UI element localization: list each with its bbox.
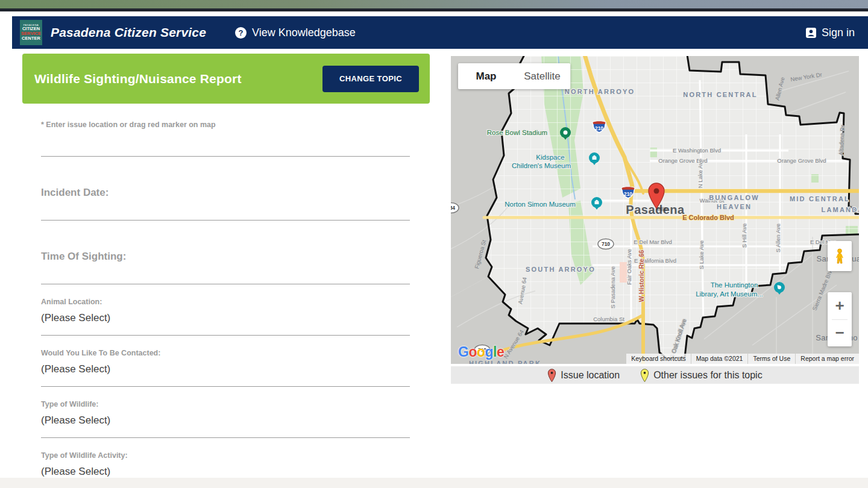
site-title: Pasadena Citizen Service [51, 25, 206, 40]
svg-text:LAMANDA PARK: LAMANDA PARK [821, 206, 859, 213]
sign-in-label: Sign in [822, 27, 855, 39]
svg-text:210: 210 [595, 125, 603, 131]
svg-text:W Historic Rte 66: W Historic Rte 66 [638, 250, 645, 302]
zoom-in-button[interactable]: + [828, 292, 852, 319]
sr710-shield: 710 [598, 239, 614, 249]
svg-text:NORTH ARROYO: NORTH ARROYO [565, 88, 635, 95]
satellite-view-button[interactable]: Satellite [514, 70, 570, 83]
map-type-control: Map Satellite [458, 63, 570, 89]
field-type-of-wildlife: Type of Wildlife: (Please Select) [41, 400, 410, 438]
svg-text:E Colorado Blvd: E Colorado Blvd [682, 214, 734, 221]
legend-issue-location: Issue location [547, 368, 620, 383]
google-map[interactable]: 210 210 710 710 134 E Washington Blvd [451, 56, 859, 364]
svg-text:Columbia St: Columbia St [593, 316, 624, 322]
report-form: * Enter issue location or drag red marke… [41, 104, 410, 488]
map-canvas: 210 210 710 710 134 E Washington Blvd [451, 56, 859, 364]
keyboard-shortcuts-link[interactable]: Keyboard shortcuts [626, 354, 690, 364]
svg-text:S Pasadena Ave: S Pasadena Ave [609, 266, 616, 308]
svg-text:NORTH CENTRAL: NORTH CENTRAL [683, 91, 757, 98]
yellow-pin-icon [640, 368, 649, 383]
svg-text:SOUTH ARROYO: SOUTH ARROYO [526, 266, 596, 273]
huntington-label-1[interactable]: The Huntington [711, 281, 758, 289]
svg-text:S Allen Ave: S Allen Ave [775, 224, 781, 252]
svg-text:Fair Oaks Ave: Fair Oaks Ave [626, 249, 632, 285]
help-icon: ? [235, 27, 247, 39]
svg-text:134: 134 [451, 205, 455, 211]
google-letter: G [458, 344, 468, 360]
citizen-service-center-logo[interactable]: PASADENA CITIZEN SERVICE CENTER [20, 20, 42, 45]
page-title: Wildlife Sighting/Nuisance Report [34, 72, 242, 86]
contacted-label: Would You Like To Be Contacted: [41, 349, 410, 357]
incident-date-input[interactable] [41, 199, 410, 221]
animal-location-select[interactable]: (Please Select) [41, 312, 410, 336]
google-logo[interactable]: Google [458, 344, 504, 360]
svg-text:210: 210 [624, 191, 632, 197]
rose-bowl-label[interactable]: Rose Bowl Stadium [487, 129, 547, 136]
topic-header: Wildlife Sighting/Nuisance Report CHANGE… [22, 54, 430, 104]
field-animal-location: Animal Location: (Please Select) [41, 298, 410, 336]
wildlife-activity-label: Type of Wildlife Activity: [41, 451, 410, 460]
type-of-wildlife-select[interactable]: (Please Select) [41, 414, 410, 438]
field-issue-location: * Enter issue location or drag red marke… [41, 104, 410, 157]
type-of-wildlife-label: Type of Wildlife: [41, 400, 410, 408]
svg-text:E Del Mar Blvd: E Del Mar Blvd [634, 239, 671, 245]
map-data-text: Map data ©2021 [691, 354, 748, 364]
terms-of-use-link[interactable]: Terms of Use [748, 354, 795, 364]
map-legend: Issue location Other issues for this top… [451, 366, 859, 384]
issue-location-label: * Enter issue location or drag red marke… [41, 120, 410, 129]
google-letter: e [497, 344, 504, 360]
incident-date-label: Incident Date: [41, 187, 410, 199]
page-footer-strip [0, 478, 868, 488]
top-dark-stripe [0, 8, 868, 11]
report-map-error-link[interactable]: Report a map error [796, 354, 859, 364]
google-letter: o [468, 344, 477, 360]
pegman-control[interactable] [828, 241, 852, 271]
google-letter: o [477, 344, 485, 360]
time-of-sighting-label: Time Of Sighting: [41, 251, 410, 263]
contacted-select[interactable]: (Please Select) [41, 363, 410, 387]
svg-text:S Hill Ave: S Hill Ave [741, 224, 747, 248]
svg-text:710: 710 [602, 241, 610, 247]
svg-text:MID CENTRAL: MID CENTRAL [790, 195, 850, 202]
svg-text:Orange Grove Blvd: Orange Grove Blvd [777, 157, 826, 164]
field-contacted: Would You Like To Be Contacted: (Please … [41, 349, 410, 387]
norton-simon-label[interactable]: Norton Simon Museum [505, 201, 576, 208]
svg-text:HIGHLAND PARK: HIGHLAND PARK [469, 360, 541, 364]
legend-other-label: Other issues for this topic [653, 370, 763, 381]
huntington-label-2[interactable]: Library, Art Museum... [696, 290, 763, 298]
red-pin-icon [547, 368, 556, 383]
svg-text:N Lake Ave: N Lake Ave [697, 159, 703, 188]
kidspace-label-1[interactable]: Kidspace [536, 154, 564, 161]
svg-text:HEAVEN: HEAVEN [717, 203, 752, 210]
map-attribution: Keyboard shortcuts Map data ©2021 Terms … [626, 354, 859, 364]
change-topic-button[interactable]: CHANGE TOPIC [322, 66, 419, 92]
svg-text:BUNGALOW: BUNGALOW [709, 194, 760, 201]
pegman-icon [834, 248, 846, 264]
google-letter: g [485, 344, 494, 360]
time-of-sighting-input[interactable] [41, 263, 410, 284]
kidspace-label-2[interactable]: Children's Museum [512, 162, 571, 169]
top-navbar: PASADENA CITIZEN SERVICE CENTER Pasadena… [12, 16, 868, 49]
legend-other-issues: Other issues for this topic [640, 368, 763, 383]
issue-location-input[interactable] [41, 129, 410, 157]
svg-text:S Lake Ave: S Lake Ave [698, 240, 705, 269]
knowledgebase-label: View Knowledgebase [252, 27, 356, 39]
sign-in-button[interactable]: Sign in [805, 27, 855, 39]
view-knowledgebase-link[interactable]: ? View Knowledgebase [235, 27, 356, 39]
zoom-control: + − [828, 292, 852, 346]
person-badge-icon [805, 27, 817, 39]
field-incident-date: Incident Date: [41, 187, 410, 221]
map-view-button[interactable]: Map [458, 70, 514, 83]
top-gradient-bar [0, 0, 868, 8]
legend-issue-label: Issue location [561, 370, 620, 381]
logo-line-center: CENTER [22, 36, 40, 41]
animal-location-label: Animal Location: [41, 298, 410, 306]
svg-text:E Washington Blvd: E Washington Blvd [673, 147, 721, 154]
field-time-of-sighting: Time Of Sighting: [41, 251, 410, 284]
zoom-out-button[interactable]: − [828, 320, 852, 347]
